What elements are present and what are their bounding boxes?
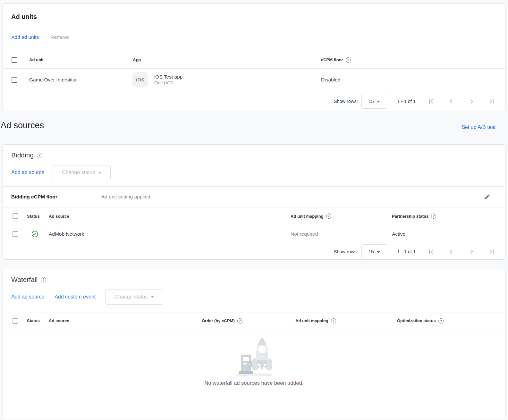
ad-unit-mapping-value: Not required bbox=[291, 225, 318, 243]
column-order: Order (by eCPM) ? bbox=[202, 313, 242, 329]
waterfall-actions: Add ad source Add custom event Change st… bbox=[11, 289, 163, 305]
column-status: Status bbox=[27, 313, 40, 329]
rows-per-page-select[interactable]: 15 bbox=[361, 94, 387, 109]
rows-per-page-value: 15 bbox=[368, 249, 374, 254]
waterfall-empty-state: No waterfall ad sources have been added. bbox=[3, 329, 505, 399]
change-status-button[interactable]: Change status bbox=[105, 290, 163, 305]
column-optimization-status: Optimization status ? bbox=[397, 313, 444, 329]
bidding-card: Bidding ? Add ad source Change status Bi… bbox=[3, 144, 505, 260]
bidding-ecpm-floor-label: Bidding eCPM floor bbox=[11, 187, 57, 207]
first-page-button[interactable] bbox=[427, 248, 435, 256]
bidding-ecpm-floor-row: Bidding eCPM floor Ad unit setting appli… bbox=[3, 186, 505, 207]
bidding-title: Bidding ? bbox=[11, 151, 42, 159]
table-row[interactable]: AdMob Network Not required Active bbox=[3, 225, 505, 243]
help-icon[interactable]: ? bbox=[346, 57, 351, 63]
row-checkbox[interactable] bbox=[12, 77, 17, 83]
help-icon[interactable]: ? bbox=[431, 214, 436, 219]
set-up-ab-test-link[interactable]: Set up A/B test bbox=[461, 124, 495, 130]
ad-units-pagination: Show rows: 15 1 - 1 of 1 bbox=[3, 91, 505, 111]
help-icon[interactable]: ? bbox=[331, 318, 336, 323]
partnership-status-value: Active bbox=[392, 225, 405, 243]
caret-down-icon bbox=[151, 296, 154, 298]
last-page-button[interactable] bbox=[488, 248, 495, 256]
app-platform-icon: iOS bbox=[132, 72, 148, 88]
select-all-checkbox[interactable] bbox=[13, 318, 18, 324]
ad-sources-section-header: Ad sources Set up A/B test bbox=[0, 111, 508, 144]
column-ad-unit-mapping: Ad unit mapping ? bbox=[295, 313, 336, 329]
select-all-checkbox[interactable] bbox=[12, 57, 17, 63]
page-range: 1 - 1 of 1 bbox=[397, 99, 416, 104]
status-active-icon bbox=[31, 231, 38, 238]
column-ad-source: Ad source bbox=[49, 207, 69, 225]
add-ad-source-button[interactable]: Add ad source bbox=[11, 294, 44, 300]
column-ad-source: Ad source bbox=[49, 313, 69, 329]
show-rows-label: Show rows: bbox=[334, 99, 358, 104]
column-partnership-status: Partnership status ? bbox=[392, 207, 436, 225]
rows-per-page-select[interactable]: 15 bbox=[361, 244, 387, 259]
bidding-table-header: Status Ad source Ad unit mapping ? Partn… bbox=[3, 207, 505, 225]
caret-down-icon bbox=[377, 251, 380, 253]
add-custom-event-button[interactable]: Add custom event bbox=[55, 294, 96, 300]
bidding-actions: Add ad source Change status bbox=[11, 165, 111, 180]
app-name: iOS Test app bbox=[154, 73, 182, 80]
remove-button[interactable]: Remove bbox=[50, 34, 69, 40]
column-app: App bbox=[133, 51, 141, 68]
row-checkbox[interactable] bbox=[13, 231, 18, 237]
help-icon[interactable]: ? bbox=[438, 318, 444, 323]
ad-units-title: Ad units bbox=[11, 13, 37, 21]
show-rows-label: Show rows: bbox=[334, 249, 358, 254]
ad-units-card: Ad units Add ad units Remove Ad unit App… bbox=[3, 3, 505, 111]
waterfall-empty-message: No waterfall ad sources have been added. bbox=[204, 380, 303, 386]
next-page-button[interactable] bbox=[468, 97, 475, 105]
first-page-button[interactable] bbox=[427, 97, 435, 105]
ad-units-actions: Add ad units Remove bbox=[11, 32, 69, 43]
add-ad-source-button[interactable]: Add ad source bbox=[11, 170, 44, 175]
ad-units-table-header: Ad unit App eCPM floor ? bbox=[3, 51, 505, 68]
add-ad-units-button[interactable]: Add ad units bbox=[11, 34, 39, 40]
ad-sources-title: Ad sources bbox=[1, 121, 44, 130]
ad-unit-name[interactable]: Game Over Interstitial bbox=[29, 69, 78, 91]
next-page-button[interactable] bbox=[468, 248, 475, 256]
prev-page-button[interactable] bbox=[447, 97, 455, 105]
page-range: 1 - 1 of 1 bbox=[397, 249, 416, 254]
waterfall-title: Waterfall ? bbox=[11, 276, 46, 283]
app-cell: iOS iOS Test app Free | iOS bbox=[132, 69, 182, 91]
column-status: Status bbox=[27, 207, 40, 225]
caret-down-icon bbox=[377, 101, 380, 103]
change-status-button[interactable]: Change status bbox=[53, 165, 111, 180]
waterfall-table-header: Status Ad source Order (by eCPM) ? Ad un… bbox=[3, 313, 505, 329]
app-meta: Free | iOS bbox=[154, 80, 182, 86]
help-icon[interactable]: ? bbox=[326, 214, 331, 219]
bidding-ecpm-floor-value: Ad unit setting applied bbox=[101, 187, 150, 207]
column-ecpm-floor: eCPM floor ? bbox=[321, 51, 351, 68]
edit-pencil-icon[interactable] bbox=[483, 192, 492, 201]
ecpm-floor-value: Disabled bbox=[321, 69, 340, 91]
rows-per-page-value: 15 bbox=[368, 98, 374, 104]
column-ad-unit: Ad unit bbox=[29, 51, 44, 68]
help-icon[interactable]: ? bbox=[37, 153, 42, 158]
waterfall-footer bbox=[3, 399, 505, 419]
rocket-fuel-illustration bbox=[230, 335, 278, 378]
prev-page-button[interactable] bbox=[447, 248, 455, 256]
select-all-checkbox[interactable] bbox=[13, 213, 18, 219]
caret-down-icon bbox=[98, 172, 101, 174]
help-icon[interactable]: ? bbox=[41, 277, 46, 282]
help-icon[interactable]: ? bbox=[237, 318, 242, 323]
bidding-pagination: Show rows: 15 1 - 1 of 1 bbox=[3, 243, 505, 260]
table-row[interactable]: Game Over Interstitial iOS iOS Test app … bbox=[3, 68, 505, 91]
waterfall-card: Waterfall ? Add ad source Add custom eve… bbox=[3, 269, 505, 419]
ad-source-name[interactable]: AdMob Network bbox=[49, 225, 84, 243]
last-page-button[interactable] bbox=[488, 97, 495, 105]
column-ad-unit-mapping: Ad unit mapping ? bbox=[291, 207, 331, 225]
